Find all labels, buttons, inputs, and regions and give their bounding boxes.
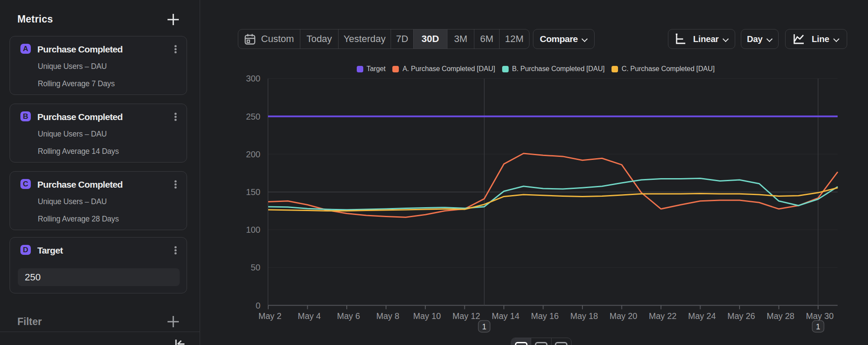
svg-text:1: 1 <box>482 322 487 331</box>
svg-text:May 22: May 22 <box>649 311 677 321</box>
svg-text:May 14: May 14 <box>492 311 519 321</box>
svg-text:May 28: May 28 <box>767 311 795 321</box>
svg-text:May 6: May 6 <box>337 311 360 321</box>
svg-text:May 8: May 8 <box>376 311 399 321</box>
svg-text:May 24: May 24 <box>688 311 716 321</box>
svg-text:May 12: May 12 <box>453 311 480 321</box>
svg-text:May 4: May 4 <box>298 311 321 321</box>
svg-text:0: 0 <box>256 301 260 310</box>
svg-text:50: 50 <box>251 263 260 272</box>
svg-text:150: 150 <box>246 187 260 197</box>
svg-text:100: 100 <box>246 225 260 234</box>
svg-text:May 10: May 10 <box>413 311 441 321</box>
svg-text:May 20: May 20 <box>610 311 638 321</box>
svg-text:May 18: May 18 <box>570 311 598 321</box>
svg-text:250: 250 <box>246 112 260 121</box>
svg-text:May 2: May 2 <box>258 311 281 321</box>
svg-text:May 26: May 26 <box>727 311 755 321</box>
svg-text:May 30: May 30 <box>806 311 834 321</box>
svg-text:1: 1 <box>816 322 820 331</box>
svg-text:300: 300 <box>246 74 260 83</box>
svg-text:200: 200 <box>246 150 260 159</box>
svg-text:May 16: May 16 <box>531 311 559 321</box>
